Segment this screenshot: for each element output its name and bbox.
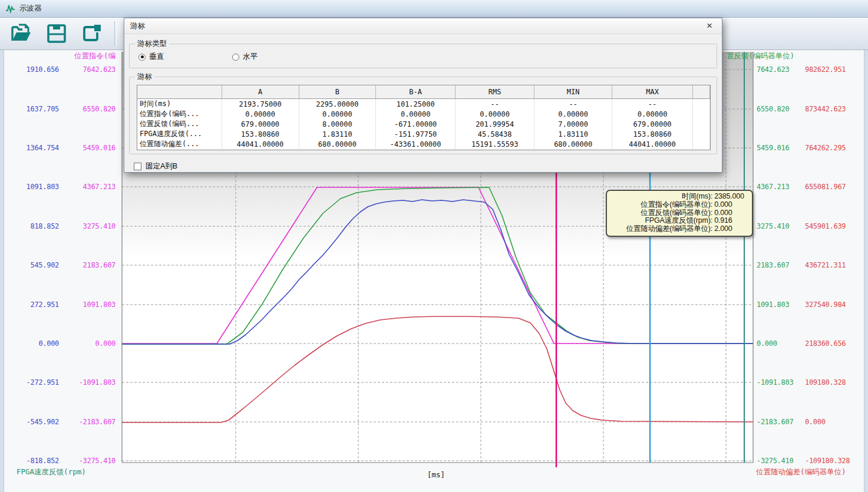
window-titlebar[interactable]: 示波器 <box>0 0 868 18</box>
table-header-cell: RMS <box>456 85 534 99</box>
table-cell: 1.83110 <box>299 129 376 139</box>
table-cell: 8.00000 <box>299 119 376 129</box>
table-cell: 679.00000 <box>222 119 299 129</box>
table-cell: -- <box>456 99 534 110</box>
axis-tick-pos-command: -1091.803 <box>61 378 115 387</box>
table-cell: 45.58438 <box>456 129 534 139</box>
radio-vertical-circle[interactable] <box>138 54 146 61</box>
axis-title-pos-command: 位置指令(编 <box>37 51 115 61</box>
axis-tick-pos-feedback: 0.000 <box>757 339 807 348</box>
table-header-cell: A <box>222 85 299 99</box>
axis-title-pos-error: 位置随动偏差(编码器单位) <box>756 467 846 477</box>
table-cell: 7.00000 <box>534 119 612 129</box>
axis-tick-pos-error: 0.000 <box>805 417 866 427</box>
table-cell: 153.80860 <box>222 129 299 139</box>
tooltip-line: 位置指令(编码器单位): 0.000 <box>611 201 748 209</box>
table-header-cell <box>137 85 222 99</box>
table-row: 位置指令(编码...0.000000.000000.000000.000000.… <box>137 109 710 119</box>
cursor-dialog[interactable]: 游标 × 游标类型 垂直 水平 游标 ABB-ARMSMINMAX时间(ms)2… <box>124 18 722 173</box>
axis-tick-pos-command: 4367.213 <box>61 182 115 191</box>
axis-tick-pos-error: 982622.951 <box>805 65 866 74</box>
dialog-title: 游标 <box>130 21 145 31</box>
axis-tick-pos-feedback: 1091.803 <box>757 300 807 309</box>
tooltip-line: 位置随动偏差(编码器单位): 2.000 <box>611 225 748 233</box>
table-row-label: FPGA速度反馈(... <box>137 129 222 139</box>
radio-horizontal-label: 水平 <box>243 52 258 62</box>
window-frame-left <box>0 50 4 492</box>
tooltip-value: 0.000 <box>712 209 748 217</box>
window-frame-right <box>864 50 868 492</box>
axis-tick-pos-feedback: 3275.410 <box>757 222 807 231</box>
table-cell: 2193.75000 <box>222 99 299 110</box>
axis-tick-pos-feedback: -2183.607 <box>757 417 807 427</box>
axis-tick-pos-command: 3275.410 <box>61 222 115 231</box>
table-cell: 0.00000 <box>534 109 612 119</box>
axis-tick-pos-command: 1091.803 <box>61 300 115 309</box>
table-cell: 0.00000 <box>376 109 456 119</box>
window-icon <box>80 22 104 45</box>
table-cell: 680.00000 <box>299 139 376 149</box>
table-cell: 680.00000 <box>534 139 612 149</box>
axis-tick-pos-error: 218360.656 <box>805 339 866 348</box>
axis-tick-pos-feedback: 6550.820 <box>757 104 807 114</box>
table-cell: 201.99954 <box>456 119 534 129</box>
tooltip-label: 位置指令(编码器单位): <box>611 201 712 209</box>
axis-tick-pos-feedback: 4367.213 <box>757 182 807 191</box>
axis-title-pos-feedback: 置反馈(编码器单位) <box>727 51 794 61</box>
axis-tick-fpga-speed: 1910.656 <box>6 65 59 74</box>
table-cell: 44041.00000 <box>612 139 693 149</box>
axis-tick-pos-feedback: -1091.803 <box>757 378 807 387</box>
table-cell: 2295.00000 <box>299 99 376 110</box>
table-header-cell: MIN <box>534 85 612 99</box>
table-header-cell: MAX <box>612 85 693 99</box>
axis-tick-pos-command: -3275.410 <box>61 456 115 465</box>
tooltip-value: 2.000 <box>712 225 748 233</box>
table-cell: 0.00000 <box>456 109 534 119</box>
table-header-cell: B <box>299 85 376 99</box>
fix-a-to-b-label: 固定A到B <box>146 161 177 171</box>
app-waveform-icon <box>5 4 15 14</box>
axis-tick-pos-error: 655081.967 <box>805 182 866 191</box>
axis-tick-pos-command: 7642.623 <box>61 65 115 74</box>
table-cell: -- <box>534 99 612 110</box>
axis-tick-fpga-speed: -272.951 <box>6 378 59 387</box>
cursor-table-wrap: ABB-ARMSMINMAX时间(ms)2193.750002295.00000… <box>137 85 711 150</box>
chart-tooltip: 时间(ms): 2385.000位置指令(编码器单位): 0.000位置反馈(编… <box>606 190 753 237</box>
table-cell: 44041.00000 <box>222 139 299 149</box>
axis-tick-fpga-speed: 272.951 <box>6 300 59 309</box>
table-cell: 101.25000 <box>376 99 456 110</box>
radio-horizontal[interactable]: 水平 <box>232 52 258 62</box>
fix-a-to-b-checkbox[interactable] <box>134 163 141 170</box>
axis-tick-pos-error: 873442.623 <box>805 104 866 114</box>
axis-tick-pos-error: 109180.328 <box>805 378 866 387</box>
tooltip-value: 0.916 <box>712 217 748 225</box>
window-button[interactable] <box>77 19 107 48</box>
axis-title-fpga-speed: FPGA速度反馈(rpm) <box>16 467 86 477</box>
axis-tick-pos-command: 0.000 <box>61 339 115 348</box>
table-cell-empty <box>692 119 709 129</box>
axis-tick-pos-feedback: 2183.607 <box>757 260 807 270</box>
tooltip-label: FPGA速度反馈(rpm): <box>611 217 712 225</box>
save-button[interactable] <box>41 19 72 48</box>
radio-vertical[interactable]: 垂直 <box>138 52 164 62</box>
axis-tick-pos-error: -109180.328 <box>805 456 866 465</box>
axis-tick-pos-command: 6550.820 <box>61 104 115 114</box>
cursor-values-group: 游标 ABB-ARMSMINMAX时间(ms)2193.750002295.00… <box>129 77 717 154</box>
close-icon[interactable]: × <box>703 20 716 32</box>
axis-tick-pos-feedback: -3275.410 <box>757 456 807 465</box>
table-cell: 679.00000 <box>612 119 693 129</box>
dialog-titlebar[interactable]: 游标 × <box>124 18 722 34</box>
table-cell: 1.83110 <box>534 129 612 139</box>
radio-horizontal-circle[interactable] <box>232 54 239 61</box>
table-cell: 0.00000 <box>222 109 299 119</box>
open-file-button[interactable] <box>6 19 37 48</box>
table-cell: 15191.55593 <box>456 139 534 149</box>
fix-a-to-b-row[interactable]: 固定A到B <box>134 161 722 171</box>
tooltip-label: 时间(ms): <box>611 193 712 201</box>
axis-tick-fpga-speed: 0.000 <box>6 339 59 348</box>
cursor-type-options: 垂直 水平 <box>130 44 717 67</box>
table-cell: -151.97750 <box>376 129 456 139</box>
axis-tick-pos-command: -2183.607 <box>61 417 115 427</box>
tooltip-line: 时间(ms): 2385.000 <box>611 193 748 201</box>
table-cell: 0.00000 <box>612 109 693 119</box>
